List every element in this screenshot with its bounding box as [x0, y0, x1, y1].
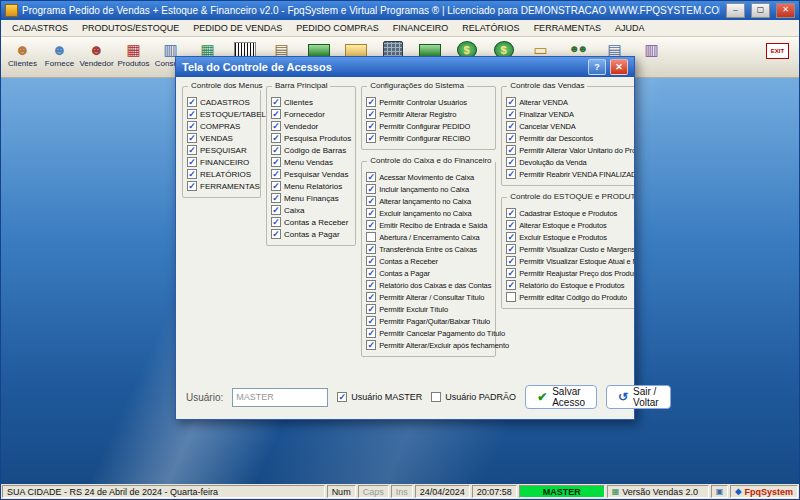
toolbar-clientes[interactable]: ☻Clientes [6, 39, 39, 68]
column-menus: Controle dos Menus✓CADASTROS✓ESTOQUE/TAB… [182, 86, 261, 379]
menu-relatorios[interactable]: RELATÓRIOS [455, 22, 526, 34]
checkbox-pesquisar[interactable]: ✓PESQUISAR [187, 145, 256, 155]
checkbox-permitir-editar-codigo-do-produto[interactable]: Permitir editar Código do Produto [506, 292, 634, 302]
checkbox-box: ✓ [187, 121, 197, 131]
checkbox-box: ✓ [366, 256, 376, 266]
checkbox-cadastrar-estoque-e-produtos[interactable]: ✓Cadastrar Estoque e Produtos [506, 208, 634, 218]
checkbox-excluir-estoque-e-produtos[interactable]: ✓Excluir Estoque e Produtos [506, 232, 634, 242]
fornecedor-icon: ☻ [51, 39, 69, 59]
checkbox-permitir-dar-descontos[interactable]: ✓Permitir dar Descontos [506, 133, 634, 143]
checkbox-permitir-visualizar-custo-e-margens[interactable]: ✓Permitir Visualizar Custo e Margens [506, 244, 634, 254]
help-button[interactable]: ? [588, 59, 606, 75]
toolbar-sair[interactable]: EXIT [761, 39, 794, 59]
group-title: Configurações do Sistema [367, 81, 467, 90]
checkbox-label: Emitir Recibo de Entrada e Saída [379, 221, 487, 230]
checkbox-box: ✓ [506, 268, 516, 278]
checkbox-permitir-reabrir-venda-finalizada[interactable]: ✓Permitir Reabrir VENDA FINALIZADA [506, 169, 634, 179]
checkbox-emitir-recibo-de-entrada-e-saida[interactable]: ✓Emitir Recibo de Entrada e Saída [366, 220, 491, 230]
checkbox-alterar-estoque-e-produtos[interactable]: ✓Alterar Estoque e Produtos [506, 220, 634, 230]
menu-produtos-estoque[interactable]: PRODUTOS/ESTOQUE [75, 22, 186, 34]
toolbar-movimento-caixa[interactable] [413, 39, 446, 57]
checkbox-incluir-lancamento-no-caixa[interactable]: ✓Incluir lançamento no Caixa [366, 184, 491, 194]
checkbox-permitir-alterar-registro[interactable]: ✓Permitir Alterar Registro [366, 109, 491, 119]
menu-pedido-de-vendas[interactable]: PEDIDO DE VENDAS [186, 22, 289, 34]
toolbar-dinheiro[interactable] [302, 39, 335, 57]
checkbox-compras[interactable]: ✓COMPRAS [187, 121, 256, 131]
checkbox-usuario-padrao[interactable]: Usuário PADRÃO [431, 392, 516, 402]
checkbox-label: COMPRAS [200, 122, 240, 131]
checkbox-permitir-controlar-usuarios[interactable]: ✓Permitir Controlar Usuários [366, 97, 491, 107]
checkbox-caixa[interactable]: ✓Caixa [271, 205, 351, 215]
checkbox-menu-financas[interactable]: ✓Menu Finanças [271, 193, 351, 203]
toolbar-vendedor[interactable]: ☻Vendedor [80, 39, 113, 68]
checkbox-acessar-movimento-de-caixa[interactable]: ✓Acessar Movimento de Caixa [366, 172, 491, 182]
checkbox-contas-a-receber[interactable]: ✓Contas a Receber [366, 256, 491, 266]
status-location: SUA CIDADE - RS 24 de Abril de 2024 - Qu… [2, 485, 325, 498]
checkbox-financeiro[interactable]: ✓FINANCEIRO [187, 157, 256, 167]
checkbox-cadastros[interactable]: ✓CADASTROS [187, 97, 256, 107]
checkbox-usuario-master[interactable]: ✓ Usuário MASTER [337, 392, 422, 402]
checkbox-permitir-pagar-quitar-baixar-titulo[interactable]: ✓Permitir Pagar/Quitar/Baixar Título [366, 316, 491, 326]
group-controle-do-caixa-e-do-financeiro: Controle do Caixa e do Financeiro✓Acessa… [361, 161, 496, 357]
checkbox-box: ✓ [271, 109, 281, 119]
checkbox-permitir-alterar-consultar-titulo[interactable]: ✓Permitir Alterar / Consultar Título [366, 292, 491, 302]
checkbox-permitir-reajustar-preco-dos-produtos[interactable]: ✓Permitir Reajustar Preço dos Produtos [506, 268, 634, 278]
menu-ferramentas[interactable]: FERRAMENTAS [527, 22, 608, 34]
checkbox-finalizar-venda[interactable]: ✓Finalizar VENDA [506, 109, 634, 119]
dialog-close-button[interactable]: ✕ [610, 59, 628, 75]
checkbox-pesquisa-produtos[interactable]: ✓Pesquisa Produtos [271, 133, 351, 143]
checkbox-alterar-venda[interactable]: ✓Alterar VENDA [506, 97, 634, 107]
checkbox-label: Contas a Pagar [379, 269, 430, 278]
checkbox-box: ✓ [187, 145, 197, 155]
checkbox-contas-a-receber[interactable]: ✓Contas a Receber [271, 217, 351, 227]
checkbox-transferencia-entre-os-caixas[interactable]: ✓Transferência Entre os Caixas [366, 244, 491, 254]
minimize-button[interactable]: – [726, 3, 745, 18]
checkbox-contas-a-pagar[interactable]: ✓Contas a Pagar [271, 229, 351, 239]
maximize-button[interactable]: ▢ [751, 3, 770, 18]
checkbox-permitir-configurar-recibo[interactable]: ✓Permitir Configurar RECIBO [366, 133, 491, 143]
checkbox-estoque-tabelas[interactable]: ✓ESTOQUE/TABELAS [187, 109, 256, 119]
checkbox-permitir-alterar-excluir-apos-fechamento[interactable]: ✓Permitir Alterar/Excluir após fechament… [366, 340, 491, 350]
exit-button[interactable]: ↺ Sair / Voltar [606, 385, 671, 409]
checkbox-menu-relatorios[interactable]: ✓Menu Relatórios [271, 181, 351, 191]
checkbox-permitir-excluir-titulo[interactable]: ✓Permitir Excluir Título [366, 304, 491, 314]
menu-pedido-compras[interactable]: PEDIDO COMPRAS [289, 22, 386, 34]
checkbox-abertura-encerramento-caixa[interactable]: Abertura / Encerramento Caixa [366, 232, 491, 242]
menu-cadastros[interactable]: CADASTROS [5, 22, 75, 34]
checkbox-menu-vendas[interactable]: ✓Menu Vendas [271, 157, 351, 167]
dialog-titlebar[interactable]: Tela do Controle de Acessos ? ✕ [176, 57, 634, 77]
checkbox-permitir-cancelar-pagamento-do-titulo[interactable]: ✓Permitir Cancelar Pagamento do Título [366, 328, 491, 338]
menu-financeiro[interactable]: FINANCEIRO [386, 22, 456, 34]
toolbar-produtos[interactable]: ▦Produtos [117, 39, 150, 68]
checkbox-excluir-lancamento-no-caixa[interactable]: ✓Excluir lançamento no Caixa [366, 208, 491, 218]
toolbar-fornecedor[interactable]: ☻Fornece [43, 39, 76, 68]
checkbox-ferramentas[interactable]: ✓FERRAMENTAS [187, 181, 256, 191]
checkbox-box: ✓ [506, 121, 516, 131]
checkbox-cancelar-venda[interactable]: ✓Cancelar VENDA [506, 121, 634, 131]
checkbox-box: ✓ [366, 244, 376, 254]
checkbox-codigo-de-barras[interactable]: ✓Código de Barras [271, 145, 351, 155]
checkbox-relatorio-do-estoque-e-produtos[interactable]: ✓Relatório do Estoque e Produtos [506, 280, 634, 290]
relatorios-icon: ▥ [643, 39, 661, 59]
checkbox-permitir-visualizar-estoque-atual-e-minimo[interactable]: ✓Permitir Visualizar Estoque Atual e Min… [506, 256, 634, 266]
user-input[interactable] [232, 388, 328, 407]
checkbox-relatorios[interactable]: ✓RELATÓRIOS [187, 169, 256, 179]
close-button[interactable]: ✕ [776, 3, 795, 18]
checkbox-box: ✓ [506, 109, 516, 119]
checkbox-pesquisar-vendas[interactable]: ✓Pesquisar Vendas [271, 169, 351, 179]
checkbox-label: VENDAS [200, 134, 233, 143]
checkbox-relatorio-dos-caixas-e-das-contas[interactable]: ✓Relatório dos Caixas e das Contas [366, 280, 491, 290]
checkbox-vendedor[interactable]: ✓Vendedor [271, 121, 351, 131]
checkbox-clientes[interactable]: ✓Clientes [271, 97, 351, 107]
checkbox-permitir-configurar-pedido[interactable]: ✓Permitir Configurar PEDIDO [366, 121, 491, 131]
menu-ajuda[interactable]: AJUDA [608, 22, 652, 34]
checkbox-vendas[interactable]: ✓VENDAS [187, 133, 256, 143]
toolbar-relatorios[interactable]: ▥ [635, 39, 668, 59]
checkbox-alterar-lancamento-no-caixa[interactable]: ✓Alterar lançamento no Caixa [366, 196, 491, 206]
checkbox-devolucao-da-venda[interactable]: ✓Devolução da Venda [506, 157, 634, 167]
checkbox-box: ✓ [271, 229, 281, 239]
checkbox-permitir-alterar-valor-unitario-do-produto[interactable]: ✓Permitir Alterar Valor Unitario do Prod… [506, 145, 634, 155]
checkbox-contas-a-pagar[interactable]: ✓Contas a Pagar [366, 268, 491, 278]
checkbox-fornecedor[interactable]: ✓Fornecedor [271, 109, 351, 119]
save-access-button[interactable]: ✔ Salvar Acesso [525, 385, 597, 409]
